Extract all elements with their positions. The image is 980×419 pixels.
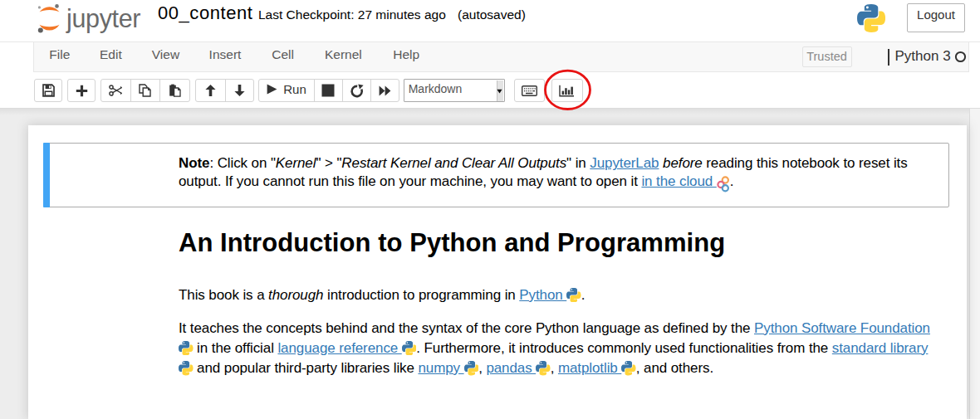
svg-text:jupyter: jupyter	[66, 4, 140, 33]
